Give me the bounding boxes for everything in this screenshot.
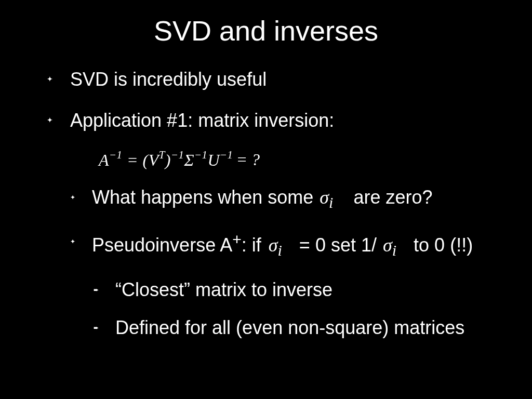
bullet-text: “Closest” matrix to inverse [115,279,332,300]
slide-content: ✦ SVD is incredibly useful ✦ Application… [0,47,532,339]
bullet-text-part-a: What happens when some [92,187,313,208]
diamond-bullet-icon: ✦ [70,194,75,202]
bullet-closest-matrix: ➨ “Closest” matrix to inverse [94,278,501,301]
bullet-text: Application #1: matrix inversion: [70,110,334,131]
bullet-text-part-a: Pseudoinverse A [92,234,232,256]
bullet-svd-useful: ✦ SVD is incredibly useful [47,68,501,91]
bullet-text-part-d: to 0 (!!) [414,234,473,256]
plus-sup: + [232,231,242,248]
formula-inverse: A−1 = (VT)−1Σ−1U−1 = ? [99,150,501,170]
bullet-what-happens: ✦ What happens when some σi are zero? [70,185,501,212]
slide: SVD and inverses ✦ SVD is incredibly use… [0,0,532,399]
bullet-application: ✦ Application #1: matrix inversion: [47,109,501,132]
sigma-i-2: σi [383,235,401,256]
formula-expression: A−1 = (VT)−1Σ−1U−1 [99,150,233,170]
sigma-i-1: σi [269,235,287,256]
bullet-text-part-c: = 0 set 1/ [299,234,377,256]
diamond-bullet-icon: ✦ [47,116,53,125]
diamond-bullet-icon: ✦ [47,75,53,84]
bullet-text-part-b: are zero? [353,187,432,208]
bullet-pseudoinverse: ✦ Pseudoinverse A+: if σi = 0 set 1/ σi … [70,230,501,260]
bullet-text: SVD is incredibly useful [70,69,267,90]
dash-bullet-icon: ➨ [94,324,99,332]
slide-title: SVD and inverses [0,0,532,47]
dash-bullet-icon: ➨ [94,286,99,294]
sigma-i: σi [320,187,338,208]
bullet-text-part-b: : if [242,234,261,256]
diamond-bullet-icon: ✦ [70,238,75,246]
bullet-defined-all: ➨ Defined for all (even non-square) matr… [94,316,501,339]
formula-question: = ? [236,150,260,169]
bullet-text: Defined for all (even non-square) matric… [115,317,464,338]
